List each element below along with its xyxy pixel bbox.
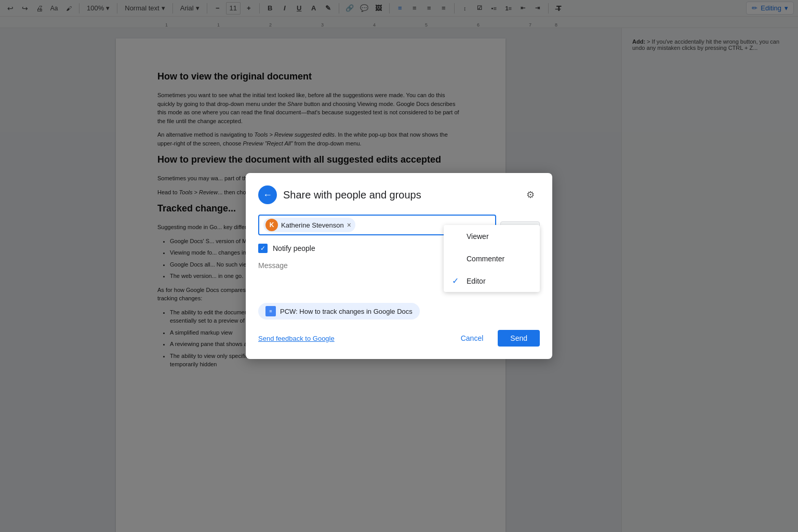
dialog-header: ← Share with people and groups ⚙ [258, 185, 540, 204]
dropdown-item-editor[interactable]: ✓ Editor [444, 270, 540, 292]
modal-backdrop[interactable]: ← Share with people and groups ⚙ K Kathe… [0, 0, 798, 532]
avatar: K [265, 219, 278, 231]
user-chip: K Katherine Stevenson × [263, 218, 355, 232]
doc-icon: ≡ [265, 306, 276, 316]
dropdown-editor-label: Editor [467, 277, 486, 285]
permission-dropdown-menu: ✓ Viewer ✓ Commenter ✓ Editor [444, 225, 540, 292]
feedback-link[interactable]: Send feedback to Google [258, 335, 335, 342]
footer-actions: Cancel Send [453, 330, 540, 347]
dropdown-commenter-label: Commenter [467, 255, 504, 263]
doc-link: ≡ PCW: How to track changes in Google Do… [258, 303, 420, 320]
editor-check-icon: ✓ [452, 276, 460, 286]
send-button[interactable]: Send [498, 330, 540, 347]
notify-label: Notify people [273, 244, 315, 252]
settings-button[interactable]: ⚙ [521, 185, 540, 204]
chip-close-icon[interactable]: × [347, 221, 351, 229]
doc-link-text: PCW: How to track changes in Google Docs [280, 308, 413, 315]
dropdown-item-viewer[interactable]: ✓ Viewer [444, 225, 540, 247]
dropdown-viewer-label: Viewer [467, 232, 489, 241]
back-button[interactable]: ← [258, 185, 277, 204]
share-dialog: ← Share with people and groups ⚙ K Kathe… [246, 173, 552, 359]
user-name: Katherine Stevenson [281, 221, 344, 229]
dialog-title: Share with people and groups [283, 189, 515, 201]
dialog-footer: Send feedback to Google Cancel Send [258, 330, 540, 347]
notify-checkbox[interactable]: ✓ [258, 244, 268, 253]
dropdown-item-commenter[interactable]: ✓ Commenter [444, 247, 540, 270]
cancel-button[interactable]: Cancel [453, 330, 492, 347]
